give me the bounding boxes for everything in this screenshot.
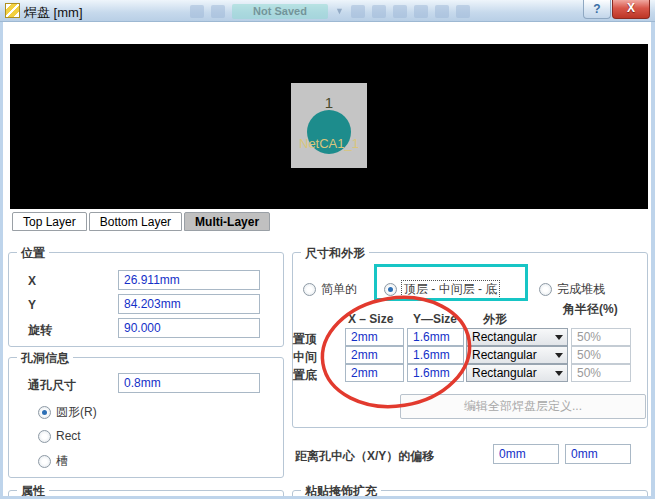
layer-tabs: Top Layer Bottom Layer Multi-Layer	[12, 212, 272, 231]
bottom-shape-select[interactable]: Rectangular	[466, 364, 568, 382]
mode-simple-radio[interactable]: 简单的	[303, 281, 357, 298]
tab-top-layer[interactable]: Top Layer	[12, 212, 87, 231]
chevron-down-icon: ▼	[335, 6, 344, 16]
ghost-toolbar-icon	[414, 5, 428, 18]
radio-dot-icon	[384, 283, 397, 296]
bottom-x-size-input[interactable]	[345, 364, 404, 382]
radio-dot-icon	[303, 283, 316, 296]
radio-dot-icon	[38, 406, 51, 419]
top-shape-select[interactable]: Rectangular	[466, 328, 568, 346]
position-y-input[interactable]	[118, 294, 260, 314]
hole-shape-slot-radio[interactable]: 槽	[38, 453, 68, 470]
not-saved-badge: Not Saved	[232, 4, 328, 19]
radio-dot-icon	[539, 283, 552, 296]
hole-shape-round-radio[interactable]: 圆形(R)	[38, 404, 97, 421]
help-button[interactable]: ?	[583, 0, 611, 19]
top-x-size-input[interactable]	[345, 328, 404, 346]
offset-label: 距离孔中心（X/Y）的偏移	[295, 448, 434, 465]
mode-full-stack-radio[interactable]: 完成堆栈	[539, 281, 605, 298]
top-corner-radius-input	[571, 328, 631, 346]
ghost-toolbar: Not Saved ▼	[190, 3, 470, 19]
ghost-toolbar-icon	[190, 5, 204, 18]
ghost-toolbar-icon	[456, 5, 470, 18]
ghost-toolbar-icon	[211, 5, 225, 18]
row-bottom-label: 置底	[293, 367, 317, 384]
corner-radius-header: 角半径(%)	[563, 301, 618, 318]
window-border	[0, 22, 3, 499]
edit-all-pad-layers-button: 编辑全部焊盘层定义...	[400, 394, 646, 419]
pad-net-label: NetCA1_1	[285, 136, 373, 151]
rotation-label: 旋转	[28, 322, 52, 339]
mode-top-middle-bottom-radio[interactable]: 顶层 - 中间层 - 底	[384, 281, 499, 298]
radio-dot-icon	[38, 455, 51, 468]
ghost-toolbar-icon	[435, 5, 449, 18]
window-border	[651, 22, 655, 499]
pad-properties-dialog: 焊盘 [mm] Not Saved ▼ ? X 1 NetCA1_1 Top L…	[0, 0, 655, 499]
middle-corner-radius-input	[571, 346, 631, 364]
radio-dot-icon	[38, 430, 51, 443]
row-top-label: 置顶	[293, 331, 317, 348]
hole-size-input[interactable]	[118, 373, 260, 393]
ghost-toolbar-icon	[372, 5, 386, 18]
row-middle-label: 中间	[293, 349, 317, 366]
position-y-label: Y	[28, 298, 36, 312]
close-button[interactable]: X	[612, 0, 650, 19]
x-size-header: X – Size	[348, 312, 393, 326]
bottom-corner-radius-input	[571, 364, 631, 382]
shape-header: 外形	[483, 311, 507, 328]
offset-x-input[interactable]	[493, 444, 559, 464]
window-title: 焊盘 [mm]	[24, 4, 83, 22]
bottom-y-size-input[interactable]	[407, 364, 464, 382]
tab-bottom-layer[interactable]: Bottom Layer	[89, 212, 182, 231]
top-y-size-input[interactable]	[407, 328, 464, 346]
position-x-label: X	[28, 274, 36, 288]
pad-designator: 1	[291, 94, 367, 111]
hole-shape-rect-radio[interactable]: Rect	[38, 429, 81, 443]
offset-y-input[interactable]	[565, 444, 631, 464]
ghost-toolbar-icon	[393, 5, 407, 18]
rotation-input[interactable]	[118, 318, 260, 338]
size-shape-group-title: 尺寸和外形	[301, 245, 369, 262]
chevron-down-icon	[555, 353, 563, 358]
pad-dialog-icon	[5, 3, 20, 18]
position-x-input[interactable]	[118, 270, 260, 290]
middle-y-size-input[interactable]	[407, 346, 464, 364]
middle-x-size-input[interactable]	[345, 346, 404, 364]
y-size-header: Y—Size	[413, 312, 457, 326]
chevron-down-icon	[555, 335, 563, 340]
tab-multi-layer[interactable]: Multi-Layer	[184, 212, 270, 231]
middle-shape-select[interactable]: Rectangular	[466, 346, 568, 364]
chevron-down-icon	[555, 371, 563, 376]
position-group-title: 位置	[17, 245, 49, 262]
pad-preview: 1 NetCA1_1	[291, 83, 367, 168]
ghost-toolbar-icon	[351, 5, 365, 18]
hole-size-label: 通孔尺寸	[28, 377, 76, 394]
pad-preview-canvas[interactable]: 1 NetCA1_1	[10, 44, 648, 209]
titlebar: 焊盘 [mm] Not Saved ▼ ? X	[0, 0, 655, 22]
hole-info-group-title: 孔洞信息	[17, 350, 73, 367]
